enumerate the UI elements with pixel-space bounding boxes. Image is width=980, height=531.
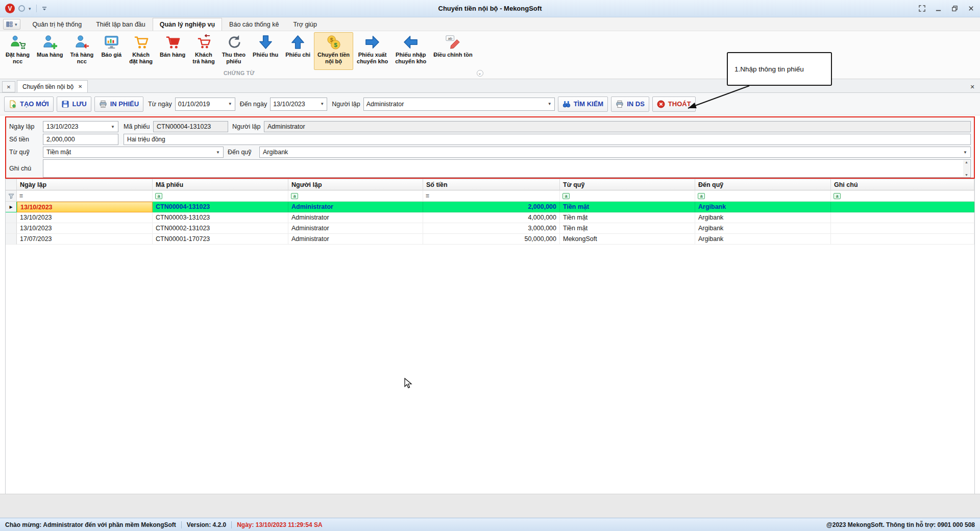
filter-cell[interactable]: a	[560, 190, 695, 202]
chevron-down-icon[interactable]: ▼	[317, 102, 324, 106]
ribbon-tab[interactable]: Quản trị hệ thống	[26, 18, 89, 31]
title-bar: V ▾ Chuyển tiền nội bộ - MekongSoft	[0, 0, 980, 17]
form-amount-field[interactable]: 2,000,000	[43, 134, 118, 145]
table-row[interactable]: 17/07/2023CTN00001-170723Administrator50…	[6, 234, 974, 245]
chevron-down-icon[interactable]: ▼	[213, 150, 220, 155]
ribbon-button[interactable]: Trả hàng ncc	[66, 32, 97, 70]
print-voucher-button[interactable]: IN PHIẾU	[94, 96, 143, 112]
ribbon-button[interactable]: Thu theo phiếu	[218, 32, 249, 70]
table-row[interactable]: 13/10/2023CTN00002-131023Administrator3,…	[6, 223, 974, 234]
ribbon-button[interactable]: Đặt hàng ncc	[2, 32, 33, 70]
row-indicator	[6, 223, 17, 234]
group-dialog-launcher-icon[interactable]: ⌄	[477, 70, 483, 77]
filter-cell[interactable]: =	[17, 190, 153, 202]
app-menu-button[interactable]: ▾	[3, 19, 20, 30]
chevron-down-icon[interactable]: ▼	[960, 150, 967, 155]
filter-cell[interactable]: a	[153, 190, 288, 202]
create-new-button[interactable]: TẠO MỚI	[4, 96, 54, 112]
filter-cell[interactable]: =	[423, 190, 560, 202]
chevron-down-icon[interactable]: ▼	[545, 102, 552, 106]
ribbon-button[interactable]: Phiếu nhập chuyển kho	[391, 32, 430, 70]
binoculars-icon	[562, 100, 571, 108]
quick-access-circle-icon[interactable]	[18, 5, 25, 12]
ribbon-button[interactable]: Mua hàng	[33, 32, 66, 70]
from-date-field[interactable]: 01/10/2019 ▼	[175, 98, 235, 111]
form-code-field[interactable]: CTN00004-131023	[153, 121, 228, 132]
filter-cell[interactable]	[6, 190, 17, 202]
form-creator-field[interactable]: Administrator	[264, 121, 971, 132]
divider	[181, 521, 182, 528]
filter-cell[interactable]: a	[288, 190, 423, 202]
close-document-icon[interactable]: ✕	[967, 81, 978, 92]
cell-note	[831, 202, 974, 212]
to-date-field[interactable]: 13/10/2023 ▼	[270, 98, 327, 111]
ribbon-tab[interactable]: Quản lý nghiệp vụ	[153, 18, 222, 31]
print-list-label: IN DS	[627, 100, 645, 108]
app-logo[interactable]: V	[5, 4, 15, 13]
chevron-down-icon[interactable]: ▼	[108, 125, 115, 129]
ribbon-button[interactable]: Khách đặt hàng	[126, 32, 156, 70]
cart-return-icon	[195, 34, 211, 50]
ribbon-button[interactable]: Khách trả hàng	[189, 32, 218, 70]
row-indicator-header	[6, 179, 17, 190]
ribbon-button[interactable]: Phiếu chi	[282, 32, 314, 70]
ribbon-buttons: Đặt hàng nccMua hàngTrả hàng nccBáo giáK…	[2, 31, 476, 70]
column-header[interactable]: Ghi chú	[831, 179, 974, 190]
search-button[interactable]: TÌM KIẾM	[558, 96, 608, 112]
ribbon-button-label: Phiếu nhập chuyển kho	[395, 52, 426, 65]
ribbon-tab[interactable]: Trợ giúp	[286, 18, 324, 31]
maximize-icon[interactable]	[950, 5, 959, 13]
svg-text:$: $	[334, 41, 337, 48]
form-from-fund-label: Từ quỹ	[9, 149, 43, 156]
filter-cell[interactable]: a	[831, 190, 974, 202]
form-note-field[interactable]: ▲▼	[43, 159, 971, 178]
cell-to-fund: Argibank	[695, 234, 831, 245]
exit-button[interactable]: THOÁT	[652, 96, 696, 112]
exit-label: THOÁT	[668, 100, 691, 108]
chevron-down-icon[interactable]: ▼	[225, 102, 232, 106]
scroll-up-icon[interactable]: ▲	[965, 160, 968, 164]
ribbon-button-label: Thu theo phiếu	[222, 52, 246, 65]
column-header[interactable]: Số tiền	[423, 179, 560, 190]
filter-cell[interactable]: a	[695, 190, 831, 202]
ribbon-button[interactable]: abĐiều chỉnh tồn	[430, 32, 476, 70]
table-row[interactable]: ▶13/10/2023CTN00004-131023Administrator2…	[6, 202, 974, 212]
cell-to-fund: Argibank	[695, 212, 831, 223]
customize-toolbar-icon[interactable]	[42, 6, 47, 11]
cell-creator: Administrator	[288, 223, 423, 234]
column-header[interactable]: Mã phiếu	[153, 179, 288, 190]
ribbon-button[interactable]: Phiếu thu	[249, 32, 282, 70]
column-header[interactable]: Người lập	[288, 179, 423, 190]
note-scrollbar[interactable]: ▲▼	[963, 160, 970, 177]
close-all-tabs-button[interactable]: ✕	[2, 81, 15, 92]
ribbon-button[interactable]: Phiếu xuất chuyển kho	[353, 32, 391, 70]
ribbon-tab-strip: Quản trị hệ thốngThiết lập ban đầuQuản l…	[26, 18, 325, 31]
scroll-down-icon[interactable]: ▼	[965, 173, 968, 177]
ribbon-button[interactable]: Báo giá	[97, 32, 126, 70]
ribbon-tab[interactable]: Báo cáo thống kê	[222, 18, 286, 31]
creator-filter-label: Người lập	[332, 101, 360, 108]
form-from-fund-combo[interactable]: Tiền mặt ▼	[43, 147, 224, 158]
form-amount-words-field[interactable]: Hai triệu đồng	[124, 134, 971, 145]
ribbon-tab[interactable]: Thiết lập ban đầu	[89, 18, 153, 31]
ribbon-button[interactable]: $$Chuyển tiền nội bộ	[314, 32, 353, 70]
minimize-icon[interactable]	[934, 5, 942, 13]
filter-abc-icon: a	[562, 193, 570, 199]
document-tab[interactable]: Chuyển tiền nội bộ ✕	[17, 80, 88, 92]
column-header[interactable]: Đến quỹ	[695, 179, 831, 190]
tab-close-icon[interactable]: ✕	[78, 84, 82, 89]
print-list-button[interactable]: IN DS	[611, 96, 649, 112]
close-icon[interactable]	[967, 5, 975, 13]
table-row[interactable]: 13/10/2023CTN00003-131023Administrator4,…	[6, 212, 974, 223]
chevron-down-icon[interactable]: ▾	[29, 6, 31, 11]
creator-filter-combo[interactable]: Administrator ▼	[363, 98, 555, 111]
column-header[interactable]: Từ quỹ	[560, 179, 695, 190]
column-header[interactable]: Ngày lập	[17, 179, 153, 190]
save-button[interactable]: LƯU	[57, 96, 91, 112]
form-to-fund-combo[interactable]: Argibank ▼	[259, 147, 971, 158]
ribbon-button-label: Chuyển tiền nội bộ	[317, 52, 350, 65]
to-date-value: 13/10/2023	[273, 101, 305, 108]
ribbon-button[interactable]: Bán hàng	[156, 32, 189, 70]
form-date-field[interactable]: 13/10/2023 ▼	[43, 121, 118, 132]
fullscreen-icon[interactable]	[918, 5, 926, 13]
